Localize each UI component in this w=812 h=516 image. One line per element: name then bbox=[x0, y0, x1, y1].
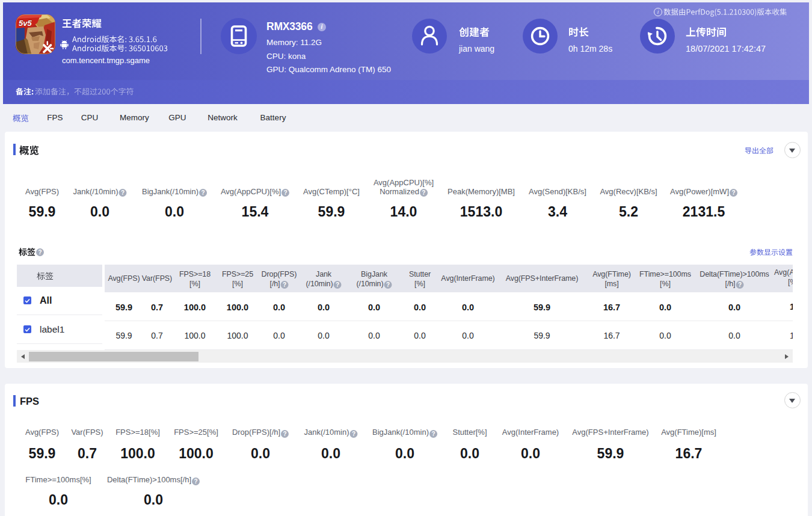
svg-text:5v5: 5v5 bbox=[19, 19, 32, 28]
